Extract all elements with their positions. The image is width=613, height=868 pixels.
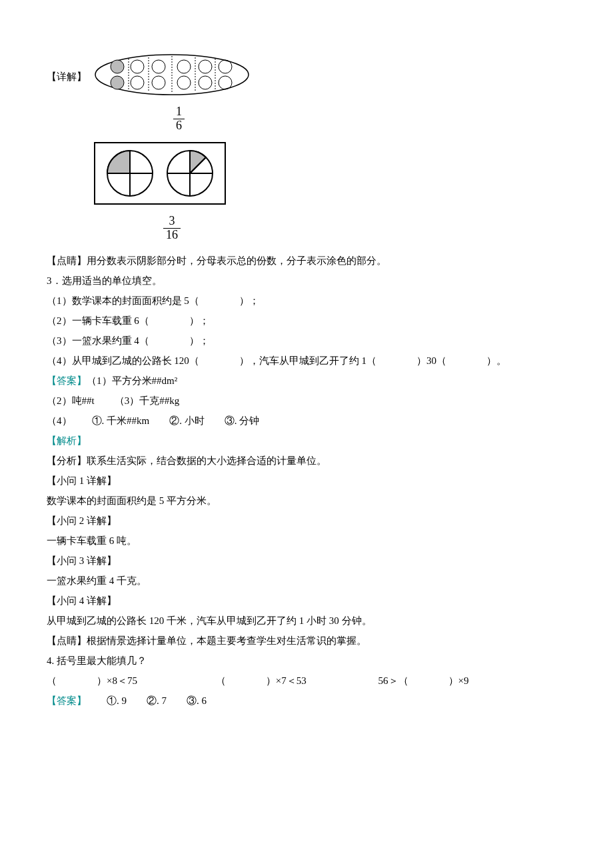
q3-sub4-text: 从甲城到乙城的公路长 120 千米，汽车从甲城到乙开了约 1 小时 30 分钟。 (47, 611, 566, 631)
two-circles-box-diagram (93, 141, 227, 205)
q3-answer-line2: （2）吨##t （3）千克##kg (47, 391, 566, 411)
fraction-2: 3 16 (47, 215, 566, 245)
q4-expr1: （ ）×8＜75 (47, 671, 213, 691)
q2-dianjing: 【点睛】用分数表示阴影部分时，分母表示总的份数，分子表示涂色的部分。 (47, 251, 566, 271)
q2-detail-line: 【详解】 (47, 53, 566, 103)
q4-expr2: （ ）×7＜53 (216, 671, 376, 691)
q3-answer-line1: 【答案】（1）平方分米##dm² (47, 371, 566, 391)
q3-ans3: （3）千克##kg (115, 395, 180, 406)
fraction-1: 1 6 (47, 105, 566, 136)
q4-answer-line: 【答案】 ①. 9 ②. 7 ③. 6 (47, 691, 566, 711)
q3-item4: （4）从甲城到乙城的公路长 120（ ），汽车从甲城到乙开了约 1（ ）30（ … (47, 351, 566, 371)
answer-label: 【答案】 (47, 695, 87, 706)
svg-point-9 (177, 60, 191, 73)
q4-title: 4. 括号里最大能填几？ (47, 651, 566, 671)
fraction1-numerator: 1 (173, 105, 185, 119)
q3-title: 3．选用适当的单位填空。 (47, 271, 566, 291)
svg-point-17 (219, 76, 232, 89)
q3-sub2-text: 一辆卡车载重 6 吨。 (47, 531, 566, 551)
svg-point-16 (199, 76, 212, 89)
q4-expressions: （ ）×8＜75 （ ）×7＜53 56＞（ ）×9 (47, 671, 566, 691)
svg-point-11 (219, 60, 232, 73)
q3-sub3-text: 一篮水果约重 4 千克。 (47, 571, 566, 591)
q3-item1: （1）数学课本的封面面积约是 5（ ）； (47, 291, 566, 311)
q4-expr3: 56＞（ ）×9 (378, 671, 469, 691)
q3-item3: （3）一篮水果约重 4（ ）； (47, 331, 566, 351)
fraction2-numerator: 3 (163, 215, 181, 229)
svg-point-14 (152, 76, 165, 89)
svg-point-12 (111, 76, 124, 89)
svg-point-10 (199, 60, 212, 73)
svg-point-6 (111, 60, 124, 73)
q3-sub3-label: 【小问 3 详解】 (47, 551, 566, 571)
answer-label: 【答案】 (47, 375, 87, 386)
q3-sub2-label: 【小问 2 详解】 (47, 511, 566, 531)
q3-sub1-label: 【小问 1 详解】 (47, 471, 566, 491)
q3-sub4-label: 【小问 4 详解】 (47, 591, 566, 611)
q3-fenxi: 【分析】联系生活实际，结合数据的大小选择合适的计量单位。 (47, 451, 566, 471)
fraction2-denominator: 16 (163, 229, 181, 242)
q3-sub1-text: 数学课本的封面面积约是 5 平方分米。 (47, 491, 566, 511)
svg-point-8 (152, 60, 165, 73)
q3-ans4: （4） ①. 千米##km ②. 小时 ③. 分钟 (47, 411, 566, 431)
q3-ans2: （2）吨##t (47, 395, 95, 406)
detail-label: 【详解】 (47, 71, 87, 82)
svg-point-15 (177, 76, 191, 89)
q4-ans: ①. 9 ②. 7 ③. 6 (87, 695, 207, 706)
oval-circles-diagram (92, 53, 252, 96)
q3-dianjing: 【点睛】根据情景选择计量单位，本题主要考查学生对生活常识的掌握。 (47, 631, 566, 651)
svg-point-7 (131, 60, 144, 73)
q3-ans1: （1）平方分米##dm² (87, 375, 177, 386)
svg-point-13 (131, 76, 144, 89)
fraction1-denominator: 6 (173, 119, 185, 133)
q3-item2: （2）一辆卡车载重 6（ ）； (47, 311, 566, 331)
q3-jiexi-label: 【解析】 (47, 431, 566, 451)
